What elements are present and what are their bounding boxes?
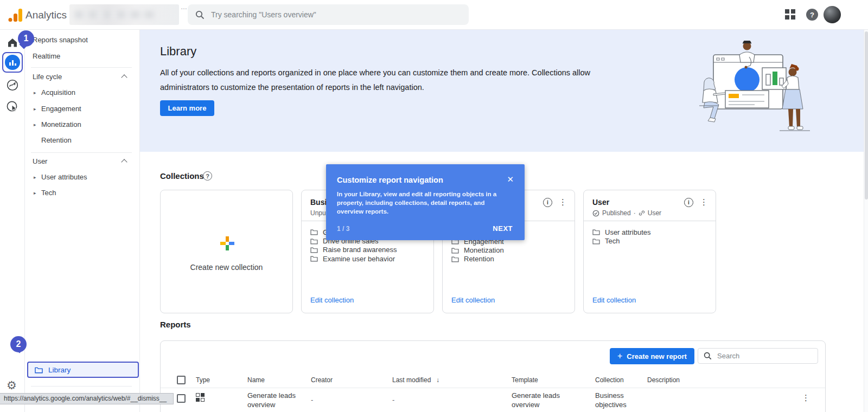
expand-arrow-icon[interactable]: ▸ xyxy=(34,87,36,98)
sidebar-item-engagement[interactable]: Engagement xyxy=(41,104,81,114)
published-check-icon xyxy=(592,210,599,217)
chevron-up-icon[interactable] xyxy=(121,159,127,165)
close-icon[interactable]: ✕ xyxy=(507,175,514,184)
vertical-scrollbar[interactable] xyxy=(864,30,868,412)
column-header-type[interactable]: Type xyxy=(196,376,210,384)
avatar[interactable] xyxy=(824,6,841,23)
chevron-up-icon[interactable] xyxy=(121,74,127,80)
column-header-collection[interactable]: Collection xyxy=(595,376,624,384)
sidebar-item-reports-snapshot[interactable]: Reports snapshot xyxy=(33,35,88,46)
folder-icon xyxy=(310,247,318,253)
more-vertical-icon[interactable]: ⋮ xyxy=(559,197,567,207)
truncation-dots: … xyxy=(181,3,188,11)
more-vertical-icon[interactable]: ⋮ xyxy=(700,197,708,207)
divider xyxy=(31,152,132,153)
search-icon xyxy=(195,10,205,20)
divider xyxy=(31,67,132,68)
sort-descending-icon[interactable]: ↓ xyxy=(436,376,439,384)
expand-arrow-icon[interactable]: ▸ xyxy=(34,188,36,198)
expand-arrow-icon[interactable]: ▸ xyxy=(34,119,36,130)
create-new-report-button[interactable]: + Create new report xyxy=(610,348,694,364)
sidebar-section-user[interactable]: User xyxy=(33,156,47,167)
advertising-icon[interactable] xyxy=(6,100,19,113)
folder-icon xyxy=(592,229,600,235)
browser-status-bar: https://analytics.google.com/analytics/w… xyxy=(0,393,174,404)
reports-search-box[interactable] xyxy=(698,348,818,364)
column-header-description[interactable]: Description xyxy=(647,376,680,384)
search-icon xyxy=(704,352,712,360)
page-title: Library xyxy=(160,44,196,59)
reports-icon[interactable] xyxy=(5,55,20,70)
sidebar-section-life-cycle[interactable]: Life cycle xyxy=(33,72,62,82)
reports-heading: Reports xyxy=(160,320,191,329)
sidebar-item-monetization[interactable]: Monetization xyxy=(41,119,81,130)
report-nav-sidebar: Reports snapshot Realtime Life cycle ▸ A… xyxy=(25,30,140,412)
plus-icon: + xyxy=(617,351,622,361)
annotation-badge-1: 1 xyxy=(18,30,34,47)
collection-card-user: User Published · User i ⋮ User attribute… xyxy=(583,190,716,313)
topic-row: Tech xyxy=(592,236,651,245)
apps-grid-icon[interactable] xyxy=(785,9,796,20)
explore-icon[interactable] xyxy=(6,79,19,92)
collection-topics: Engagement Monetization Retention xyxy=(451,237,504,263)
reports-table-panel: + Create new report Type Name Creator La… xyxy=(160,340,826,412)
report-creator-cell: - xyxy=(311,395,313,404)
column-header-name[interactable]: Name xyxy=(247,376,265,384)
search-input[interactable] xyxy=(211,10,439,19)
column-header-creator[interactable]: Creator xyxy=(311,376,333,384)
learn-more-button[interactable]: Learn more xyxy=(160,100,214,116)
folder-icon xyxy=(310,238,318,244)
home-icon[interactable] xyxy=(6,36,19,49)
row-more-vertical-icon[interactable]: ⋮ xyxy=(802,393,810,403)
create-collection-label: Create new collection xyxy=(161,263,292,272)
reports-search-input[interactable] xyxy=(717,352,804,360)
next-button[interactable]: NEXT xyxy=(493,224,513,233)
admin-gear-icon[interactable]: ⚙ xyxy=(7,379,17,391)
info-icon[interactable]: i xyxy=(543,198,552,207)
property-selector[interactable] xyxy=(69,4,179,25)
page-description: All of your collections and reports orga… xyxy=(160,66,637,95)
collection-topics: User attributes Tech xyxy=(592,228,651,246)
column-header-template[interactable]: Template xyxy=(512,376,538,384)
sidebar-item-tech[interactable]: Tech xyxy=(41,188,56,198)
expand-arrow-icon[interactable]: ▸ xyxy=(34,172,36,183)
report-name-cell[interactable]: Generate leads overview xyxy=(247,391,302,409)
column-header-last-modified[interactable]: Last modified xyxy=(392,376,431,384)
sidebar-item-retention[interactable]: Retention xyxy=(41,135,72,146)
tooltip-title: Customize report navigation xyxy=(337,176,443,184)
sidebar-item-acquisition[interactable]: Acquisition xyxy=(41,87,75,98)
select-all-checkbox[interactable] xyxy=(177,376,186,384)
folder-icon xyxy=(35,366,43,374)
analytics-logo-icon[interactable] xyxy=(8,8,22,22)
nav-rail: ⚙ xyxy=(0,30,25,412)
edit-collection-link[interactable]: Edit collection xyxy=(592,296,636,304)
create-collection-card[interactable]: Create new collection xyxy=(160,190,293,313)
sidebar-item-label: Library xyxy=(48,366,71,374)
top-app-bar: Analytics … ? xyxy=(0,0,868,30)
library-illustration xyxy=(697,41,812,137)
help-icon[interactable]: ? xyxy=(806,9,818,21)
folder-icon xyxy=(451,247,459,254)
scrollbar-thumb[interactable] xyxy=(865,31,868,199)
info-icon[interactable]: i xyxy=(684,198,693,207)
sidebar-item-user-attributes[interactable]: User attributes xyxy=(41,172,87,183)
topic-row: Retention xyxy=(451,255,504,263)
annotation-badge-2: 2 xyxy=(10,336,27,352)
google-plus-icon xyxy=(220,236,234,250)
topic-row: Monetization xyxy=(451,246,504,254)
row-checkbox[interactable] xyxy=(177,394,186,403)
sidebar-item-library[interactable]: Library xyxy=(27,362,139,378)
collection-status: Published · User xyxy=(592,209,661,217)
card-header: User Published · User i ⋮ xyxy=(584,190,716,221)
collections-help-icon[interactable]: ? xyxy=(203,171,212,181)
global-search[interactable] xyxy=(188,4,469,25)
linked-icon xyxy=(639,210,645,216)
edit-collection-link[interactable]: Edit collection xyxy=(451,296,495,304)
tour-tooltip: Customize report navigation ✕ In your Li… xyxy=(326,164,525,240)
expand-arrow-icon[interactable]: ▸ xyxy=(34,104,36,114)
sidebar-item-realtime[interactable]: Realtime xyxy=(33,51,60,62)
report-template-cell: Generate leads overview xyxy=(512,391,566,409)
reports-nav-highlight-box xyxy=(2,52,23,73)
folder-icon xyxy=(310,255,318,262)
edit-collection-link[interactable]: Edit collection xyxy=(310,296,354,304)
